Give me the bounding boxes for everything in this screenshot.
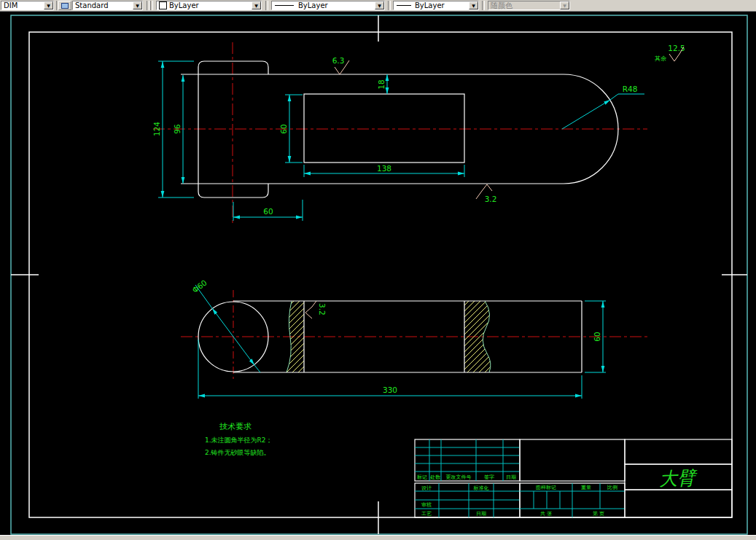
dim-60-height: 60	[593, 332, 601, 341]
general-finish-value: 12.5	[668, 44, 685, 52]
dimension-lines	[158, 61, 644, 221]
role-design: 设计	[421, 485, 432, 491]
tech-req-item: 2.铸件无砂眼等缺陷。	[205, 449, 270, 456]
part-name-cells: 大臂	[625, 439, 732, 517]
label-weight: 重量	[581, 485, 591, 490]
surface-finish-3-2: 3.2	[318, 303, 327, 316]
general-finish-note: 其余 12.5	[655, 44, 685, 62]
label-sheet-no: 第 页	[593, 511, 604, 517]
surface-finish-icon	[335, 60, 492, 199]
dim-138: 138	[377, 164, 391, 173]
tech-req-item: 1.未注圆角半径为R2；	[205, 437, 273, 444]
dimension-text: 124 96 18 60 138 60 R48	[152, 79, 637, 216]
dimension-lines	[195, 285, 606, 399]
dim-18: 18	[377, 79, 386, 89]
tech-requirements: 技术要求 1.未注圆角半径为R2； 2.铸件无砂眼等缺陷。	[205, 422, 273, 456]
surface-finish-6-3: 6.3	[332, 56, 345, 65]
top-view: 124 96 18 60 138 60 R48 6.3 3.2	[152, 42, 647, 226]
signature-table: 设计 标准化 审核 工艺 日期	[415, 483, 520, 517]
tech-req-title: 技术要求	[219, 422, 252, 431]
dim-330: 330	[383, 386, 397, 394]
drawing-number-cell	[520, 439, 625, 481]
cad-window: DIM ▼ Standard ▼ ByLayer ▼ ByLayer ▼ ByL…	[0, 0, 756, 540]
dimension-text: Φ60 330 60	[190, 278, 601, 394]
dim-60-slot: 60	[279, 124, 288, 133]
rev-header: 更改文件号	[446, 474, 472, 480]
dim-dia-60: Φ60	[190, 278, 209, 295]
role-standardization: 标准化	[473, 485, 489, 491]
title-block: 标记 处数 更改文件号 签字 日期 设计 标准化 审核 工艺 日期	[415, 439, 732, 517]
rev-header: 签字	[484, 474, 494, 480]
rev-header: 日期	[506, 474, 516, 480]
marks-table: 图样标记 重量 比例 共 张 第 页	[520, 483, 625, 517]
dim-r48: R48	[623, 85, 638, 93]
part-name: 大臂	[658, 467, 698, 490]
role-process: 工艺	[421, 511, 432, 517]
dim-96: 96	[173, 124, 182, 134]
label-sheet-total: 共 张	[540, 511, 552, 517]
drawing-canvas[interactable]: 124 96 18 60 138 60 R48 6.3 3.2 其余 12.5	[0, 0, 756, 540]
dim-124: 124	[152, 122, 161, 136]
revision-table: 标记 处数 更改文件号 签字 日期	[415, 439, 520, 481]
label-scale: 比例	[607, 485, 617, 490]
role-audit: 审核	[421, 502, 432, 508]
surface-finish-icon	[305, 301, 316, 318]
surface-finish-3-2: 3.2	[485, 195, 497, 203]
role-date: 日期	[476, 511, 486, 517]
label-drawing-mark: 图样标记	[536, 485, 556, 490]
window-bottom-strip	[0, 535, 756, 540]
rev-header: 标记	[416, 474, 427, 480]
side-view: Φ60 330 60 3.2	[181, 278, 647, 399]
general-finish-prefix: 其余	[655, 55, 666, 62]
rev-header: 处数	[430, 474, 441, 480]
dim-60-base: 60	[263, 207, 273, 216]
